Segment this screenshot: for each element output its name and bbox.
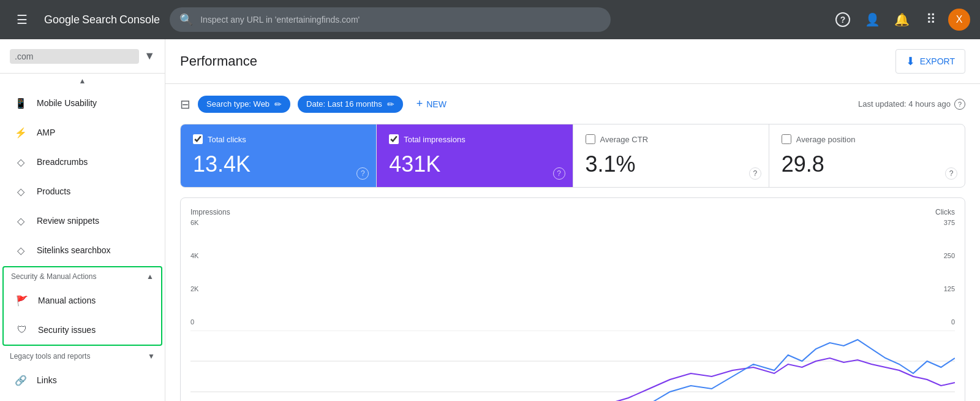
y-tick-right-0: 0 [951,318,955,326]
apps-button[interactable]: ⠿ [919,7,943,32]
impressions-value: 431K [389,151,560,177]
metric-average-position[interactable]: Average position 29.8 ? [769,124,965,187]
people-icon: 👤 [865,12,880,27]
page-title: Performance [180,53,257,69]
position-checkbox[interactable] [782,134,791,144]
property-name: .com [10,49,139,64]
header-icons: ? 👤 🔔 ⠿ X [831,7,970,32]
sidebar-item-security-issues[interactable]: 🛡 Security issues [4,315,161,345]
legacy-section-title: Legacy tools and reports [10,352,90,361]
clicks-label: Total clicks [208,135,246,144]
last-updated: Last updated: 4 hours ago ? [858,99,965,110]
impressions-help-icon[interactable]: ? [553,167,565,180]
clicks-checkbox[interactable] [193,134,203,144]
help-button[interactable]: ? [831,7,855,32]
sidebar-item-amp[interactable]: ⚡ AMP [0,118,165,147]
y-tick-right-375: 375 [944,219,955,226]
filter-bar: ⊟ Search type: Web ✏ Date: Last 16 month… [165,84,980,124]
chart-area: Impressions 6K 4K 2K 0 Clicks 375 250 12… [180,197,965,401]
new-label: NEW [426,99,447,109]
property-dropdown-icon[interactable]: ▼ [144,50,155,63]
sidebar-item-breadcrumbs[interactable]: ◇ Breadcrumbs [0,147,165,177]
position-help-icon[interactable]: ? [945,167,957,180]
sidebar-label-mobile-usability: Mobile Usability [37,98,97,108]
sidebar-label-amp: AMP [37,128,55,137]
metric-total-clicks[interactable]: Total clicks 13.4K ? [181,124,377,187]
sidebar-label-security-issues: Security issues [38,325,96,335]
scroll-up-icon: ▲ [79,77,86,85]
impressions-label: Total impressions [404,135,465,144]
sidebar-label-links: Links [37,375,57,385]
metric-label-impressions: Total impressions [389,134,560,144]
date-edit-icon: ✏ [387,99,394,109]
property-selector[interactable]: .com ▼ [0,39,165,74]
search-input[interactable] [200,15,601,25]
sidebar-item-sitelinks-searchbox[interactable]: ◇ Sitelinks searchbox [0,235,165,265]
logo-google: Google [44,13,80,26]
filter-icon[interactable]: ⊟ [180,97,190,112]
sidebar-item-products[interactable]: ◇ Products [0,177,165,206]
logo-search: Search [82,13,117,26]
people-button[interactable]: 👤 [860,7,884,32]
chart-labels-row: Impressions 6K 4K 2K 0 Clicks 375 250 12… [190,208,955,326]
search-type-filter[interactable]: Search type: Web ✏ [198,96,290,113]
export-icon: ⬇ [906,55,915,68]
sidebar-item-links[interactable]: 🔗 Links [0,365,165,395]
export-label: EXPORT [920,56,955,66]
sidebar-item-manual-actions[interactable]: 🚩 Manual actions [4,286,161,315]
ctr-value: 3.1% [586,151,756,177]
impressions-line [190,358,955,401]
chart-y-label-left: Impressions 6K 4K 2K 0 [190,208,230,326]
date-filter[interactable]: Date: Last 16 months ✏ [298,96,403,113]
amp-icon: ⚡ [15,126,27,139]
metric-average-ctr[interactable]: Average CTR 3.1% ? [573,124,769,187]
security-section-title: Security & Manual Actions [11,272,96,281]
sidebar-label-review-snippets: Review snippets [37,216,99,226]
page-header: Performance ⬇ EXPORT [165,39,980,84]
security-section: Security & Manual Actions ▲ 🚩 Manual act… [2,266,162,346]
clicks-help-icon[interactable]: ? [356,167,369,180]
sidebar-label-sitelinks-searchbox: Sitelinks searchbox [37,245,111,255]
logo: Google Search Console [44,13,160,26]
chart-container [190,330,955,401]
sitelinks-icon: ◇ [15,244,27,256]
new-filter-button[interactable]: + NEW [410,94,453,114]
ctr-checkbox[interactable] [586,134,595,144]
layout: .com ▼ ▲ 📱 Mobile Usability ⚡ AMP ◇ Brea… [0,39,980,401]
impressions-checkbox[interactable] [389,134,399,144]
sidebar: .com ▼ ▲ 📱 Mobile Usability ⚡ AMP ◇ Brea… [0,39,165,401]
plus-icon: + [417,97,423,110]
menu-button[interactable]: ☰ [10,7,34,32]
help-icon: ? [835,12,850,27]
y-tick-right-250: 250 [944,252,955,259]
sidebar-label-manual-actions: Manual actions [38,296,96,305]
legacy-section-expand-icon: ▼ [148,352,155,361]
export-button[interactable]: ⬇ EXPORT [895,49,965,74]
y-tick-6k: 6K [190,219,230,226]
ctr-label: Average CTR [600,135,649,144]
sidebar-label-breadcrumbs: Breadcrumbs [37,157,88,167]
metrics-row: Total clicks 13.4K ? Total impressions 4… [180,124,965,188]
chart-svg [190,330,955,401]
y-tick-2k: 2K [190,285,230,292]
position-label: Average position [796,135,856,144]
ctr-help-icon[interactable]: ? [749,167,761,180]
notifications-button[interactable]: 🔔 [889,7,914,32]
search-icon: 🔍 [179,13,193,26]
legacy-section-header[interactable]: Legacy tools and reports ▼ [0,347,165,365]
mobile-icon: 📱 [15,97,27,109]
position-value: 29.8 [782,151,952,177]
avatar[interactable]: X [948,9,970,31]
security-section-header[interactable]: Security & Manual Actions ▲ [4,267,161,286]
last-updated-help-icon[interactable]: ? [954,99,965,110]
sidebar-item-mobile-usability[interactable]: 📱 Mobile Usability [0,88,165,118]
y-tick-right-125: 125 [944,285,955,292]
manual-actions-icon: 🚩 [16,294,28,307]
sidebar-item-review-snippets[interactable]: ◇ Review snippets [0,206,165,235]
search-bar[interactable]: 🔍 [170,7,611,32]
metric-label-ctr: Average CTR [586,134,756,144]
review-snippets-icon: ◇ [15,215,27,227]
metric-total-impressions[interactable]: Total impressions 431K ? [377,124,573,187]
clicks-value: 13.4K [193,151,364,177]
date-label: Date: Last 16 months [306,99,382,109]
